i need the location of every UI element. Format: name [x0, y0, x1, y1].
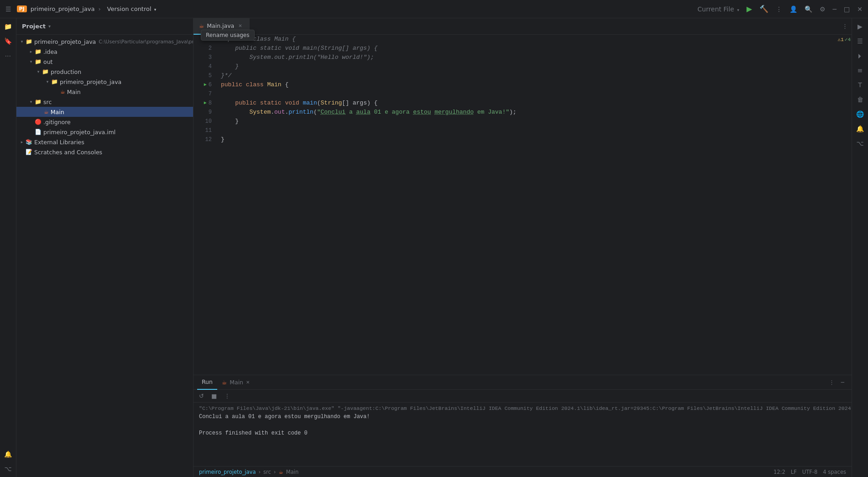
bottom-panel-actions: ⋮ ─ [826, 378, 848, 387]
tool-list2-icon[interactable]: ≡ [854, 64, 867, 77]
code-line-10: } [221, 117, 837, 126]
main-tab-close[interactable]: ✕ [246, 380, 250, 385]
bottom-tab-main[interactable]: ☕ Main ✕ [217, 375, 254, 390]
tree-label-src: src [43, 99, 52, 105]
gutter-line-3: 3 [193, 53, 212, 62]
code-editor[interactable]: 1 2 3 4 5 ▶6 7 ▶8 9 10 11 12 [193, 35, 852, 375]
ext-libs-icon: 📚 [26, 139, 32, 145]
gutter-line-11: 11 [193, 126, 212, 135]
tab-close-button[interactable]: ✕ [237, 23, 243, 29]
tree-item-main-out[interactable]: ☕ Main [16, 87, 193, 97]
status-main: Main [286, 469, 298, 475]
status-cursor-pos[interactable]: 12:2 [774, 469, 785, 475]
tree-item-nested-project[interactable]: ▾ 📁 primeiro_projeto_java [16, 77, 193, 87]
status-project-link[interactable]: primeiro_projeto_java [199, 469, 256, 475]
tree-label-out: out [43, 58, 52, 65]
tree-arrow-idea: ▸ [27, 49, 35, 54]
gutter-line-12: 12 [193, 135, 212, 144]
project-panel: Project ▾ ▾ 📁 primeiro_projeto_java C:\U… [16, 18, 193, 477]
hamburger-menu-icon[interactable]: ☰ [4, 4, 13, 15]
search-icon[interactable]: 🔍 [803, 4, 814, 15]
content-area: Project ▾ ▾ 📁 primeiro_projeto_java C:\U… [16, 18, 868, 477]
main-tab-label: Main [230, 379, 243, 386]
maximize-button[interactable]: □ [842, 4, 852, 15]
tab-label: Main.java [207, 22, 234, 29]
code-line-4: } [221, 62, 837, 71]
tree-item-src[interactable]: ▾ 📁 src [16, 97, 193, 107]
right-tool-sidebar: ▶ ☰ ⏵ ≡ T 🗑 🌐 🔔 ⌥ [852, 18, 868, 477]
editor-tabs-actions[interactable]: ⋮ [838, 23, 852, 30]
status-main-icon: ☕ [278, 469, 283, 475]
code-line-1: /*public class Main { [221, 35, 837, 44]
tree-item-iml[interactable]: 📄 primeiro_projeto_java.iml [16, 127, 193, 137]
code-line-12: } [221, 135, 837, 144]
tree-label-idea: .idea [43, 48, 58, 55]
title-vcs-button[interactable]: Version control ▾ [105, 5, 159, 13]
status-line-ending[interactable]: LF [791, 469, 797, 475]
tree-item-scratches[interactable]: 📝 Scratches and Consoles [16, 147, 193, 157]
git-icon-gitignore: 🔴 [35, 119, 42, 125]
panel-more-options[interactable]: ⋮ [827, 378, 837, 387]
console-rerun-button[interactable]: ↺ [197, 392, 206, 400]
bottom-tab-run[interactable]: Run [197, 375, 217, 390]
tool-trash-icon[interactable]: 🗑 [854, 93, 867, 106]
tool-branch-icon[interactable]: ⌥ [854, 137, 867, 150]
code-content[interactable]: /*public class Main { public static void… [215, 35, 842, 375]
profile-icon[interactable]: 👤 [788, 4, 799, 15]
tree-arrow-ext-libs: ▸ [18, 140, 26, 144]
tool-text-icon[interactable]: T [854, 79, 867, 91]
tree-arrow-iml [27, 130, 35, 134]
console-line-1: "C:\Program Files\Java\jdk-21\bin\java.e… [199, 404, 846, 413]
current-file-dropdown[interactable]: Current File ▾ [695, 4, 741, 15]
status-bar: primeiro_projeto_java › src › ☕ Main 12:… [193, 466, 852, 477]
sidebar-item-bookmarks[interactable]: 🔖 [2, 35, 15, 47]
sidebar-item-notifications[interactable]: 🔔 [2, 448, 15, 461]
gutter-line-2: 2 [193, 44, 212, 53]
tree-path: C:\Users\Particular\programas_Java\prime… [99, 39, 193, 45]
java-icon-main-active: ☕ [44, 109, 49, 115]
tree-arrow-gitignore [27, 120, 35, 124]
sidebar-item-plugins[interactable]: ⋯ [2, 49, 15, 62]
tree-item-external-libraries[interactable]: ▸ 📚 External Libraries [16, 137, 193, 147]
tool-globe-icon[interactable]: 🌐 [854, 108, 867, 121]
tool-run2-icon[interactable]: ⏵ [854, 49, 867, 62]
tree-item-out[interactable]: ▾ 📁 out [16, 57, 193, 67]
console-output: "C:\Program Files\Java\jdk-21\bin\java.e… [193, 403, 852, 466]
tree-label-root: primeiro_projeto_java [34, 38, 96, 45]
tree-item-gitignore[interactable]: 🔴 .gitignore [16, 117, 193, 127]
rename-popup[interactable]: Rename usages [201, 30, 255, 41]
tool-run-icon[interactable]: ▶ [854, 20, 867, 33]
hint-count: ✓4 [845, 37, 851, 42]
console-stop-button[interactable]: ■ [209, 392, 219, 400]
warning-count: ⚠1 [838, 37, 844, 42]
project-chevron-icon: ▾ [48, 24, 51, 29]
java-icon-main-out: ☕ [60, 89, 65, 95]
main-layout: 📁 🔖 ⋯ 🔔 ⌥ Project ▾ ▾ 📁 primeiro_projeto… [0, 18, 868, 477]
tree-label-main-active: Main [51, 109, 64, 115]
code-line-3: System.out.println("Hello world!"); [221, 53, 837, 62]
panel-minimize-button[interactable]: ─ [839, 378, 846, 387]
run-button[interactable]: ▶ [745, 3, 754, 15]
console-more-button[interactable]: ⋮ [222, 392, 232, 400]
tree-label-production: production [51, 68, 81, 75]
project-tree: ▾ 📁 primeiro_projeto_java C:\Users\Parti… [16, 35, 193, 477]
tool-list-icon[interactable]: ☰ [854, 35, 867, 47]
console-line-2: Conclui a aula 01 e agora estou mergulha… [199, 413, 846, 421]
tree-item-production[interactable]: ▾ 📁 production [16, 67, 193, 77]
tree-item-main-active[interactable]: ☕ Main [16, 107, 193, 117]
tree-item-idea[interactable]: ▸ 📁 .idea [16, 47, 193, 57]
status-encoding[interactable]: UTF-8 [802, 469, 818, 475]
close-button[interactable]: ✕ [855, 4, 864, 15]
more-options-icon[interactable]: ⋮ [774, 4, 784, 15]
minimize-button[interactable]: ─ [831, 4, 838, 15]
project-panel-title: Project [22, 23, 46, 30]
tool-bell-icon[interactable]: 🔔 [854, 122, 867, 135]
tree-item-root[interactable]: ▾ 📁 primeiro_projeto_java C:\Users\Parti… [16, 37, 193, 47]
folder-icon-idea: 📁 [35, 48, 42, 55]
build-button[interactable]: 🔨 [758, 3, 770, 15]
status-indent[interactable]: 4 spaces [823, 469, 846, 475]
settings-icon[interactable]: ⚙ [818, 4, 827, 15]
sidebar-item-git[interactable]: ⌥ [2, 462, 15, 475]
folder-icon-root: 📁 [26, 38, 32, 45]
sidebar-item-project[interactable]: 📁 [2, 20, 15, 33]
